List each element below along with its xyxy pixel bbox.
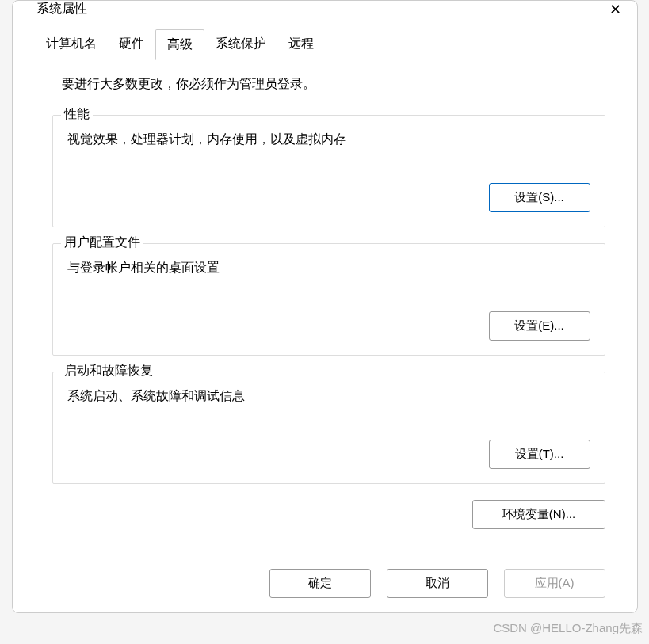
- watermark: CSDN @HELLO-Zhang先森: [493, 621, 643, 636]
- startup-btn-row: 设置(T)...: [67, 440, 590, 469]
- window-title: 系统属性: [36, 1, 87, 17]
- tab-row: 计算机名 硬件 高级 系统保护 远程: [13, 21, 637, 60]
- user-profiles-settings-button[interactable]: 设置(E)...: [489, 311, 590, 341]
- performance-title: 性能: [61, 106, 93, 123]
- apply-button[interactable]: 应用(A): [504, 569, 605, 598]
- tab-remote[interactable]: 远程: [277, 29, 325, 60]
- user-profiles-title: 用户配置文件: [61, 234, 143, 251]
- environment-variables-row: 环境变量(N)...: [52, 500, 605, 529]
- tab-hardware[interactable]: 硬件: [108, 29, 155, 60]
- startup-settings-button[interactable]: 设置(T)...: [489, 440, 590, 469]
- startup-desc: 系统启动、系统故障和调试信息: [67, 388, 590, 405]
- dialog-footer: 确定 取消 应用(A): [13, 545, 637, 612]
- user-profiles-desc: 与登录帐户相关的桌面设置: [67, 260, 590, 276]
- tab-advanced[interactable]: 高级: [155, 29, 204, 60]
- ok-button[interactable]: 确定: [269, 569, 371, 598]
- titlebar: 系统属性 ✕: [13, 1, 637, 21]
- system-properties-dialog: 系统属性 ✕ 计算机名 硬件 高级 系统保护 远程 要进行大多数更改，你必须作为…: [12, 0, 638, 613]
- cancel-button[interactable]: 取消: [387, 569, 488, 598]
- performance-settings-button[interactable]: 设置(S)...: [489, 183, 590, 212]
- tab-system-protection[interactable]: 系统保护: [204, 29, 277, 60]
- startup-group: 启动和故障恢复 系统启动、系统故障和调试信息 设置(T)...: [52, 372, 605, 484]
- performance-btn-row: 设置(S)...: [67, 183, 590, 212]
- environment-variables-button[interactable]: 环境变量(N)...: [472, 500, 605, 529]
- startup-title: 启动和故障恢复: [61, 363, 156, 379]
- tab-computer-name[interactable]: 计算机名: [35, 29, 108, 60]
- user-profiles-btn-row: 设置(E)...: [67, 311, 590, 341]
- intro-text: 要进行大多数更改，你必须作为管理员登录。: [52, 76, 605, 93]
- performance-group: 性能 视觉效果，处理器计划，内存使用，以及虚拟内存 设置(S)...: [52, 115, 605, 227]
- performance-desc: 视觉效果，处理器计划，内存使用，以及虚拟内存: [67, 131, 590, 148]
- content-area: 要进行大多数更改，你必须作为管理员登录。 性能 视觉效果，处理器计划，内存使用，…: [13, 60, 637, 545]
- close-icon[interactable]: ✕: [603, 1, 628, 18]
- user-profiles-group: 用户配置文件 与登录帐户相关的桌面设置 设置(E)...: [52, 243, 605, 356]
